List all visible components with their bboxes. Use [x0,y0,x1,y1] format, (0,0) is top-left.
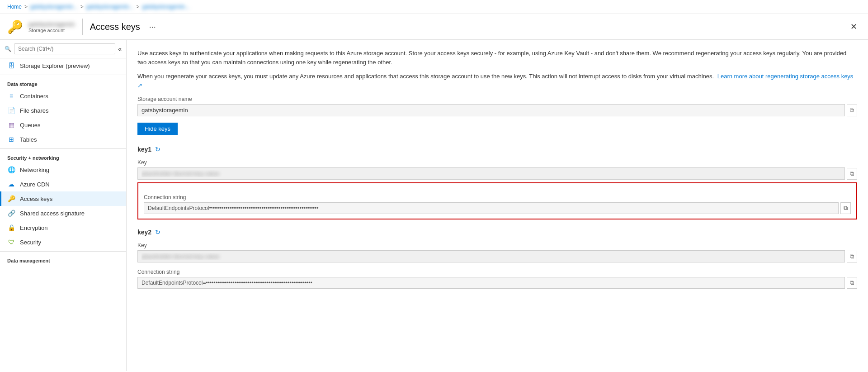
breadcrumb-resource-1[interactable]: gatsbystoragemin... [30,4,78,10]
shared-access-signature-icon: 🔗 [7,210,15,217]
key2-connection-string-row: ⧉ [137,277,857,289]
breadcrumb-home[interactable]: Home [7,4,22,10]
key1-connection-string-input[interactable] [144,202,839,214]
section-label-data-storage: Data storage [0,77,126,89]
sidebar-item-label-shared-access-signature: Shared access signature [20,210,85,217]
key2-key-input[interactable] [137,250,845,262]
sidebar-scroll: 🗄 Storage Explorer (preview) Data storag… [0,58,126,371]
breadcrumb-separator-3: > [136,4,139,10]
key1-connection-string-label: Connection string [144,194,851,200]
sidebar-item-label-queues: Queues [20,122,41,129]
close-button[interactable]: ✕ [847,20,861,33]
content-area: Use access keys to authenticate your app… [127,40,868,298]
key1-key-row: ⧉ [137,167,857,180]
header-divider [82,19,83,35]
security-icon: 🛡 [7,238,15,246]
breadcrumb-resource-3[interactable]: gatsbystoragemin... [142,4,190,10]
key2-label: key2 [137,229,151,236]
azure-cdn-icon: ☁ [7,181,15,188]
sidebar-divider-2 [0,148,126,149]
key1-key-input[interactable] [137,167,845,180]
sidebar-item-tables[interactable]: ⊞ Tables [0,132,126,147]
search-box: 🔍 « [0,40,126,58]
sidebar-item-networking[interactable]: 🌐 Networking [0,162,126,177]
encryption-icon: 🔒 [7,224,15,231]
sidebar-divider-1 [0,75,126,75]
info-paragraph-2: When you regenerate your access keys, yo… [137,72,857,90]
sidebar-divider-3 [0,251,126,252]
storage-account-name-copy-button[interactable]: ⧉ [847,105,857,116]
page-title: Access keys [90,22,140,32]
key1-label: key1 [137,146,151,153]
sidebar-item-security[interactable]: 🛡 Security [0,235,126,249]
resource-info: gatsbystoragemin Storage account [28,21,75,33]
tables-icon: ⊞ [7,136,15,143]
sidebar-item-encryption[interactable]: 🔒 Encryption [0,220,126,235]
sidebar-item-label-storage-explorer: Storage Explorer (preview) [20,62,90,69]
queues-icon: ▦ [7,121,15,129]
key1-connection-string-box: Connection string ⧉ [137,182,857,219]
resource-key-icon: 🔑 [7,19,23,34]
sidebar-item-label-encryption: Encryption [20,224,47,231]
sidebar: 🔍 « 🗄 Storage Explorer (preview) Data st… [0,40,127,371]
sidebar-item-access-keys[interactable]: 🔑 Access keys [0,191,126,206]
section-label-data-management: Data management [0,253,126,265]
ellipsis-button[interactable]: ··· [146,20,160,33]
sidebar-item-label-tables: Tables [20,136,37,143]
sidebar-item-label-containers: Containers [20,93,48,100]
file-shares-icon: 📄 [7,107,15,114]
sidebar-item-containers[interactable]: ≡ Containers [0,89,126,103]
breadcrumb: Home > gatsbystoragemin... > gatsbystora… [7,4,189,10]
key1-connection-string-copy-button[interactable]: ⧉ [840,202,851,214]
key2-header: key2 ↻ [137,229,857,236]
key1-connection-string-row: ⧉ [144,202,851,214]
breadcrumb-separator-2: > [80,4,84,10]
main-layout: 🔍 « 🗄 Storage Explorer (preview) Data st… [0,40,868,371]
top-bar: Home > gatsbystoragemin... > gatsbystora… [0,0,868,14]
key2-key-row: ⧉ [137,250,857,262]
search-input[interactable] [14,43,115,54]
resource-type: Storage account [28,28,75,33]
sidebar-item-label-networking: Networking [20,167,49,173]
key1-header: key1 ↻ [137,146,857,153]
storage-account-name-label: Storage account name [137,96,857,102]
key2-key-label: Key [137,242,857,248]
section-label-security-networking: Security + networking [0,151,126,162]
key1-key-label: Key [137,159,857,166]
storage-account-name-row: ⧉ [137,104,857,116]
key2-connection-string-copy-button[interactable]: ⧉ [847,277,857,289]
key1-key-copy-button[interactable]: ⧉ [847,168,857,180]
storage-account-name-input[interactable] [137,104,845,116]
breadcrumb-resource-2[interactable]: gatsbystoragemin... [86,4,134,10]
key2-connection-string-input[interactable] [137,277,845,289]
networking-icon: 🌐 [7,166,15,173]
content-wrapper: Use access keys to authenticate your app… [127,40,868,371]
key1-refresh-button[interactable]: ↻ [155,146,160,153]
storage-explorer-icon: 🗄 [7,62,15,69]
sidebar-item-label-access-keys: Access keys [20,196,52,202]
collapse-button[interactable]: « [118,45,122,52]
key2-key-copy-button[interactable]: ⧉ [847,251,857,262]
sidebar-item-label-security: Security [20,239,41,246]
sidebar-item-file-shares[interactable]: 📄 File shares [0,103,126,118]
key2-refresh-button[interactable]: ↻ [155,229,160,236]
sidebar-item-label-file-shares: File shares [20,107,49,114]
sidebar-item-label-azure-cdn: Azure CDN [20,181,50,188]
resource-name: gatsbystoragemin [28,21,75,28]
containers-icon: ≡ [7,92,15,100]
info-paragraph-1: Use access keys to authenticate your app… [137,49,857,67]
key2-connection-string-label: Connection string [137,269,857,275]
sidebar-item-azure-cdn[interactable]: ☁ Azure CDN [0,177,126,191]
hide-keys-button[interactable]: Hide keys [137,123,178,135]
search-icon: 🔍 [5,46,11,52]
breadcrumb-separator-1: > [24,4,28,10]
sidebar-item-storage-explorer[interactable]: 🗄 Storage Explorer (preview) [0,58,126,73]
sidebar-item-queues[interactable]: ▦ Queues [0,118,126,132]
header-row: 🔑 gatsbystoragemin Storage account Acces… [0,14,868,40]
access-keys-icon: 🔑 [7,195,15,202]
sidebar-item-shared-access-signature[interactable]: 🔗 Shared access signature [0,206,126,220]
